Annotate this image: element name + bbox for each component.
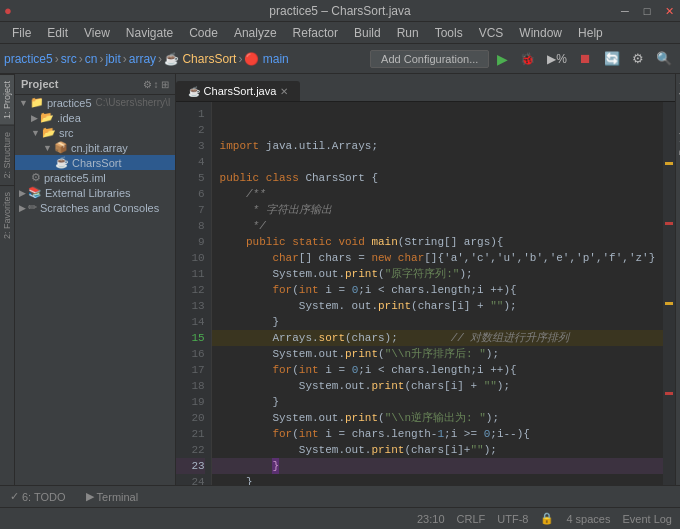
tree-label-scratches: Scratches and Consoles: [40, 202, 159, 214]
code-line-23: }: [212, 458, 664, 474]
btab-terminal[interactable]: ▶ Terminal: [80, 488, 145, 505]
menu-file[interactable]: File: [4, 24, 39, 42]
vtab-project[interactable]: 1: Project: [0, 74, 14, 125]
menu-navigate[interactable]: Navigate: [118, 24, 181, 42]
code-line-7: * 字符出序输出: [212, 202, 664, 218]
menu-code[interactable]: Code: [181, 24, 226, 42]
breadcrumb: practice5 › src › cn › jbit › array › ☕ …: [4, 52, 368, 66]
margin-mark-error1: [665, 222, 673, 225]
vtab-structure[interactable]: 2: Structure: [0, 125, 14, 185]
code-container: 1 2 3 4 5 6 7 8 9 10 11 12 13 14 15 16 1…: [176, 102, 676, 485]
menu-analyze[interactable]: Analyze: [226, 24, 285, 42]
margin-mark-warning2: [665, 302, 673, 305]
tree-item-scratches[interactable]: ▶ ✏ Scratches and Consoles: [15, 200, 175, 215]
vtab-favorites[interactable]: 2: Favorites: [0, 185, 14, 245]
tab-close-button[interactable]: ✕: [280, 86, 288, 97]
tree-item-idea[interactable]: ▶ 📂 .idea: [15, 110, 175, 125]
close-button[interactable]: ✕: [658, 0, 680, 22]
code-line-2: [212, 122, 664, 138]
editor-tab-charssort[interactable]: ☕ CharsSort.java ✕: [176, 81, 301, 101]
menu-vcs[interactable]: VCS: [471, 24, 512, 42]
main-content: 1: Project 2: Structure 2: Favorites Pro…: [0, 74, 680, 485]
right-margin-bar: [663, 102, 675, 485]
breadcrumb-array[interactable]: array: [129, 52, 156, 66]
ant-panel-label[interactable]: Ant: [676, 74, 680, 105]
menu-help[interactable]: Help: [570, 24, 611, 42]
tree-item-src[interactable]: ▼ 📂 src: [15, 125, 175, 140]
window-title: practice5 – CharsSort.java: [269, 4, 410, 18]
tree-item-extlibs[interactable]: ▶ 📚 External Libraries: [15, 185, 175, 200]
maximize-button[interactable]: □: [636, 0, 658, 22]
settings-button[interactable]: ⚙: [628, 49, 648, 68]
expand-arrow: ▼: [19, 98, 28, 108]
window-controls: ─ □ ✕: [614, 0, 680, 22]
breadcrumb-jbit[interactable]: jbit: [105, 52, 120, 66]
tree-item-practice5[interactable]: ▼ 📁 practice5 C:\Users\sherry\I: [15, 95, 175, 110]
minimize-button[interactable]: ─: [614, 0, 636, 22]
editor-area: ☕ CharsSort.java ✕ 1 2 3 4 5 6 7 8 9 10 …: [176, 74, 676, 485]
code-line-20: System.out.print("\\n逆序输出为: ");: [212, 410, 664, 426]
stop-button[interactable]: ⏹: [575, 49, 596, 68]
code-line-1: [212, 106, 664, 122]
editor-tabs: ☕ CharsSort.java ✕: [176, 74, 676, 102]
code-line-8: */: [212, 218, 664, 234]
scratch-icon: ✏: [28, 201, 37, 214]
project-panel: Project ⚙ ↕ ⊞ ▼ 📁 practice5 C:\Users\she…: [15, 74, 176, 485]
code-line-13: System. out.print(chars[i] + "");: [212, 298, 664, 314]
breadcrumb-practice5[interactable]: practice5: [4, 52, 53, 66]
sort-icon[interactable]: ↕: [154, 79, 159, 90]
status-line-col[interactable]: 23:10: [417, 513, 445, 525]
tree-item-iml[interactable]: ⚙ practice5.iml: [15, 170, 175, 185]
vertical-tabs: 1: Project 2: Structure 2: Favorites: [0, 74, 15, 485]
expand-icon[interactable]: ⊞: [161, 79, 169, 90]
breadcrumb-src[interactable]: src: [61, 52, 77, 66]
code-line-16: System.out.print("\\n升序排序后: ");: [212, 346, 664, 362]
menu-tools[interactable]: Tools: [427, 24, 471, 42]
run-button[interactable]: ▶: [493, 49, 512, 69]
breadcrumb-main[interactable]: 🔴 main: [244, 52, 288, 66]
expand-arrow-extlibs: ▶: [19, 188, 26, 198]
btab-todo[interactable]: ✓ 6: TODO: [4, 488, 72, 505]
project-tree: ▼ 📁 practice5 C:\Users\sherry\I ▶ 📂 .ide…: [15, 95, 175, 485]
database-panel-label[interactable]: Database: [676, 105, 680, 164]
breadcrumb-cn[interactable]: cn: [85, 52, 98, 66]
tree-item-cnjbitarray[interactable]: ▼ 📦 cn.jbit.array: [15, 140, 175, 155]
expand-arrow-src: ▼: [31, 128, 40, 138]
menu-refactor[interactable]: Refactor: [285, 24, 346, 42]
menu-build[interactable]: Build: [346, 24, 389, 42]
app-icon: ●: [4, 3, 12, 18]
status-indent[interactable]: 4 spaces: [566, 513, 610, 525]
menu-run[interactable]: Run: [389, 24, 427, 42]
code-editor[interactable]: import java.util.Arrays; public class Ch…: [212, 102, 664, 485]
code-line-24: }: [212, 474, 664, 485]
debug-button[interactable]: 🐞: [516, 50, 539, 68]
bottom-tabs: ✓ 6: TODO ▶ Terminal: [0, 485, 680, 507]
code-line-4: [212, 154, 664, 170]
menu-edit[interactable]: Edit: [39, 24, 76, 42]
status-bar: 23:10 CRLF UTF-8 🔒 4 spaces Event Log: [0, 507, 680, 529]
search-everywhere-button[interactable]: 🔍: [652, 49, 676, 68]
add-configuration-button[interactable]: Add Configuration...: [370, 50, 489, 68]
gear-icon[interactable]: ⚙: [143, 79, 152, 90]
tree-item-charssort[interactable]: ☕ CharsSort: [15, 155, 175, 170]
lib-icon: 📚: [28, 186, 42, 199]
code-line-12: for(int i = 0;i < chars.length;i ++){: [212, 282, 664, 298]
status-charset[interactable]: UTF-8: [497, 513, 528, 525]
event-log-link[interactable]: Event Log: [622, 513, 672, 525]
code-line-5: public class CharsSort {: [212, 170, 664, 186]
java-tab-icon: ☕: [188, 86, 200, 97]
todo-icon: ✓: [10, 490, 19, 503]
code-line-11: System.out.print("原字符序列:");: [212, 266, 664, 282]
expand-arrow-scratches: ▶: [19, 203, 26, 213]
tree-label-charssort: CharsSort: [72, 157, 122, 169]
status-crlf[interactable]: CRLF: [457, 513, 486, 525]
menu-window[interactable]: Window: [511, 24, 570, 42]
code-line-6: /**: [212, 186, 664, 202]
run-with-coverage-button[interactable]: ▶%: [543, 50, 571, 68]
sync-button[interactable]: 🔄: [600, 49, 624, 68]
breadcrumb-charssort[interactable]: ☕ CharsSort: [164, 52, 236, 66]
project-panel-title: Project: [21, 78, 58, 90]
menu-view[interactable]: View: [76, 24, 118, 42]
folder-icon-idea: 📂: [40, 111, 54, 124]
tree-label-iml: practice5.iml: [44, 172, 106, 184]
